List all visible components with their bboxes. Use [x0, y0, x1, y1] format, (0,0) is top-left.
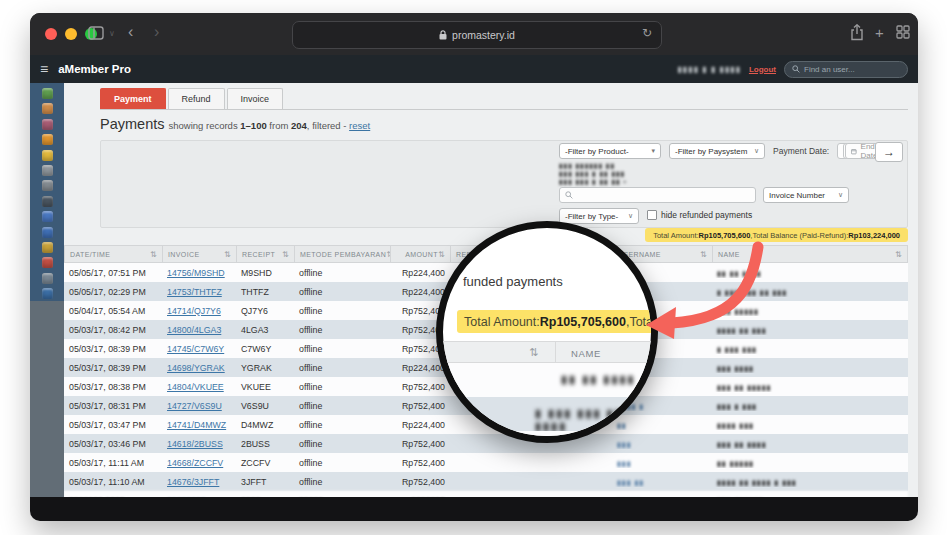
forward-button[interactable]: ›: [154, 22, 159, 42]
invoice-link[interactable]: ▮▮▮▮▮▮▮▮: [167, 496, 206, 498]
tab-invoice[interactable]: Invoice: [227, 88, 284, 109]
payment-method: offline: [294, 420, 390, 430]
column-header-invoice[interactable]: INVOICE⇅: [163, 246, 237, 262]
invoice-link[interactable]: 14668/ZCCFV: [167, 458, 223, 468]
logout-link[interactable]: Logout: [749, 65, 776, 74]
invoice-link[interactable]: 14727/V6S9U: [167, 401, 222, 411]
reports-books-icon[interactable]: [42, 227, 53, 238]
admin-username-masked: ▮▮▮▮ ▮ ▮ ▮▮▮▮: [677, 65, 741, 74]
minimize-window-button[interactable]: [65, 28, 77, 40]
info-icon[interactable]: [42, 288, 53, 299]
payment-method: offline: [294, 325, 390, 335]
reload-icon[interactable]: ↻: [642, 26, 652, 40]
from-text: from: [267, 120, 291, 131]
receipt-code: VKUEE: [236, 382, 294, 392]
sort-icon[interactable]: ⇅: [895, 250, 902, 259]
payment-datetime: 05/03/17, 03:46 PM: [64, 439, 162, 449]
back-button[interactable]: ‹: [128, 22, 133, 42]
products-cart-icon[interactable]: [42, 180, 53, 191]
sort-icon[interactable]: ⇅: [150, 250, 157, 259]
column-header-method[interactable]: METODE PEMBAYARAN⇅: [295, 246, 391, 262]
table-row: ▮▮▮▮▮▮▮ ▮▮▮▮ ▮▮▮▮▮▮▮▮ ▮▮▮▮ ▮▮▮▮▮ ▮▮▮▮▮▮▮…: [64, 491, 908, 497]
find-user-search[interactable]: Find an user...: [784, 61, 908, 78]
apply-filter-button[interactable]: →: [875, 142, 903, 162]
invoice-link[interactable]: 14804/VKUEE: [167, 382, 224, 392]
invoice-link[interactable]: 14756/M9SHD: [167, 268, 225, 278]
invoice-link[interactable]: 14618/2BUSS: [167, 439, 223, 449]
protection-lock-icon[interactable]: [42, 150, 53, 161]
admins-icon[interactable]: [42, 242, 53, 253]
records-total: 204: [291, 120, 307, 131]
close-window-button[interactable]: [45, 28, 57, 40]
utilities-wrench-icon[interactable]: [42, 273, 53, 284]
lock-icon: [439, 30, 447, 40]
tab-overview-icon[interactable]: [896, 25, 910, 45]
hide-refunded-checkbox[interactable]: [647, 210, 657, 220]
table-row: 05/03/17, 11:10 AM 14676/3JFFT 3JFFT off…: [64, 472, 908, 491]
filter-by-paysystem-select[interactable]: -Filter by Paysystem∨: [669, 143, 765, 159]
filter-by-product-select[interactable]: -Filter by Product-▾: [559, 143, 661, 159]
column-header-datetime[interactable]: DATE/TIME⇅: [65, 246, 163, 262]
filter-by-type-select[interactable]: -Filter by Type-∨: [559, 208, 639, 224]
payment-datetime: 05/03/17, 08:39 PM: [64, 344, 162, 354]
payment-method: offline: [294, 287, 390, 297]
search-field-select[interactable]: Invoice Number∨: [763, 187, 849, 203]
sort-icon[interactable]: ⇅: [438, 250, 445, 259]
column-header-amount[interactable]: AMOUNT⇅: [391, 246, 451, 262]
magnified-name-column: NAME: [571, 348, 601, 359]
dashboard-icon[interactable]: [42, 88, 53, 99]
invoice-link[interactable]: 14676/3JFFT: [167, 477, 219, 487]
invoice-number-option: Invoice Number: [769, 191, 825, 200]
address-bar[interactable]: promastery.id ↻: [292, 21, 662, 49]
payment-datetime: 05/03/17, 03:47 PM: [64, 420, 162, 430]
invoice-link[interactable]: 14714/QJ7Y6: [167, 306, 221, 316]
hide-refunded-option: hide refunded payments: [647, 210, 752, 220]
payment-datetime: 05/03/17, 11:10 AM: [64, 477, 162, 487]
customer-name-masked: ▮ ▮▮▮ ▮▮▮: [717, 346, 757, 353]
chevron-down-icon[interactable]: ∨: [109, 24, 115, 44]
sort-icon[interactable]: ⇅: [224, 250, 231, 259]
payment-amount: Rp224,400: [390, 420, 450, 430]
reset-filter-link[interactable]: reset: [349, 120, 370, 131]
column-header-receipt[interactable]: RECEIPT⇅: [237, 246, 295, 262]
magnified-table-header: ⇅ NAME: [443, 341, 651, 363]
tab-payment[interactable]: Payment: [100, 88, 166, 109]
affiliates-icon[interactable]: [42, 196, 53, 207]
new-tab-button[interactable]: +: [875, 23, 884, 43]
invoice-link[interactable]: 14745/C7W6Y: [167, 344, 224, 354]
records-text: showing records: [168, 120, 240, 131]
records-range: 1–100: [240, 120, 266, 131]
reports-chart-icon[interactable]: [42, 119, 53, 130]
menu-hamburger-icon[interactable]: ≡: [40, 61, 48, 77]
invoice-link[interactable]: 14698/YGRAK: [167, 363, 225, 373]
setup-gear-icon[interactable]: [42, 165, 53, 176]
invoice-link[interactable]: 14800/4LGA3: [167, 325, 221, 335]
payments-wallet-icon[interactable]: [42, 134, 53, 145]
filter-product-label: -Filter by Product-: [565, 147, 629, 156]
users-icon[interactable]: [42, 103, 53, 114]
username-link-masked[interactable]: ▮▮▮: [617, 460, 632, 467]
sidebar-toggle-icon[interactable]: [88, 26, 104, 46]
filter-search-input[interactable]: [559, 187, 756, 203]
tab-refund[interactable]: Refund: [168, 88, 225, 109]
payment-datetime: 05/03/17, 08:42 PM: [64, 325, 162, 335]
payment-amount: ▮▮▮▮▮▮▮: [390, 496, 450, 498]
receipt-code: 4LGA3: [236, 325, 294, 335]
username-link-masked[interactable]: ▮▮▮: [617, 441, 632, 448]
helpdesk-icon[interactable]: [42, 257, 53, 268]
forms-pen-icon[interactable]: [42, 211, 53, 222]
receipt-code: 3JFFT: [236, 477, 294, 487]
username-link-masked[interactable]: ▮▮: [617, 422, 627, 429]
invoice-link[interactable]: 14753/THTFZ: [167, 287, 222, 297]
magnified-refunded-text: funded payments: [463, 274, 563, 289]
sort-icon[interactable]: ⇅: [282, 250, 289, 259]
payment-amount: Rp752,400: [390, 439, 450, 449]
page-heading: Paymentsshowing records 1–100 from 204, …: [100, 116, 370, 132]
invoice-link[interactable]: 14741/D4MWZ: [167, 420, 226, 430]
share-icon[interactable]: [850, 24, 864, 44]
customer-name-masked: ▮▮▮ ▮ ▮▮▮: [717, 403, 757, 410]
total-balance-value: Rp103,224,000: [848, 231, 900, 240]
chevron-down-icon: ∨: [838, 191, 843, 199]
url-text: promastery.id: [452, 29, 515, 41]
username-link-masked[interactable]: ▮▮▮ ▮▮: [617, 479, 644, 486]
